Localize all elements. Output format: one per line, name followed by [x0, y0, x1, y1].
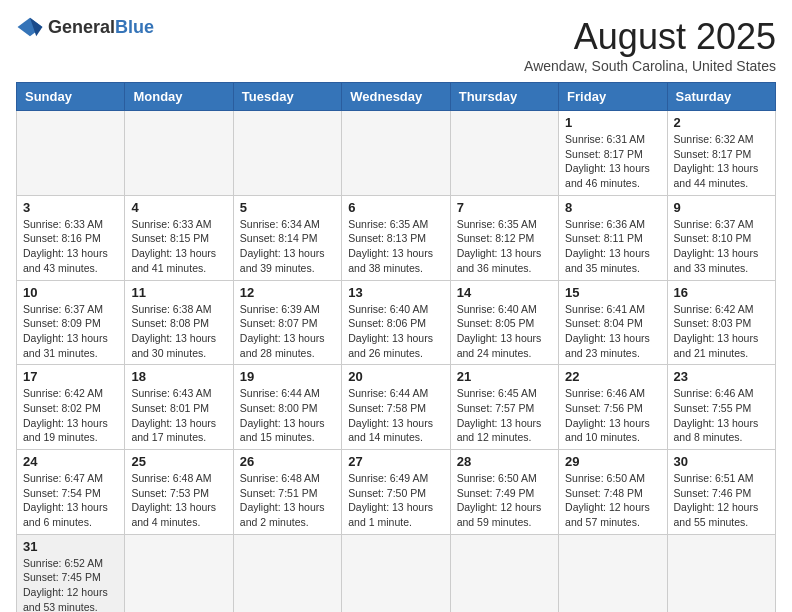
month-year-title: August 2025: [524, 16, 776, 58]
day-info: Sunrise: 6:34 AM Sunset: 8:14 PM Dayligh…: [240, 217, 335, 276]
day-info: Sunrise: 6:41 AM Sunset: 8:04 PM Dayligh…: [565, 302, 660, 361]
day-number: 30: [674, 454, 769, 469]
day-info: Sunrise: 6:32 AM Sunset: 8:17 PM Dayligh…: [674, 132, 769, 191]
calendar-day-cell: 4Sunrise: 6:33 AM Sunset: 8:15 PM Daylig…: [125, 195, 233, 280]
calendar-day-cell: [17, 111, 125, 196]
calendar-day-cell: 17Sunrise: 6:42 AM Sunset: 8:02 PM Dayli…: [17, 365, 125, 450]
day-info: Sunrise: 6:42 AM Sunset: 8:02 PM Dayligh…: [23, 386, 118, 445]
day-info: Sunrise: 6:46 AM Sunset: 7:56 PM Dayligh…: [565, 386, 660, 445]
day-number: 27: [348, 454, 443, 469]
calendar-day-cell: 8Sunrise: 6:36 AM Sunset: 8:11 PM Daylig…: [559, 195, 667, 280]
calendar-day-cell: 3Sunrise: 6:33 AM Sunset: 8:16 PM Daylig…: [17, 195, 125, 280]
weekday-header-row: SundayMondayTuesdayWednesdayThursdayFrid…: [17, 83, 776, 111]
day-info: Sunrise: 6:35 AM Sunset: 8:13 PM Dayligh…: [348, 217, 443, 276]
weekday-header-saturday: Saturday: [667, 83, 775, 111]
day-number: 31: [23, 539, 118, 554]
day-number: 3: [23, 200, 118, 215]
day-info: Sunrise: 6:47 AM Sunset: 7:54 PM Dayligh…: [23, 471, 118, 530]
calendar-day-cell: 20Sunrise: 6:44 AM Sunset: 7:58 PM Dayli…: [342, 365, 450, 450]
calendar-title-area: August 2025 Awendaw, South Carolina, Uni…: [524, 16, 776, 74]
logo-text: GeneralBlue: [48, 17, 154, 38]
weekday-header-monday: Monday: [125, 83, 233, 111]
day-info: Sunrise: 6:37 AM Sunset: 8:10 PM Dayligh…: [674, 217, 769, 276]
day-number: 21: [457, 369, 552, 384]
calendar-day-cell: [233, 534, 341, 612]
calendar-day-cell: 13Sunrise: 6:40 AM Sunset: 8:06 PM Dayli…: [342, 280, 450, 365]
calendar-week-row: 10Sunrise: 6:37 AM Sunset: 8:09 PM Dayli…: [17, 280, 776, 365]
day-info: Sunrise: 6:36 AM Sunset: 8:11 PM Dayligh…: [565, 217, 660, 276]
day-info: Sunrise: 6:40 AM Sunset: 8:06 PM Dayligh…: [348, 302, 443, 361]
day-number: 25: [131, 454, 226, 469]
calendar-week-row: 3Sunrise: 6:33 AM Sunset: 8:16 PM Daylig…: [17, 195, 776, 280]
day-number: 6: [348, 200, 443, 215]
calendar-day-cell: 7Sunrise: 6:35 AM Sunset: 8:12 PM Daylig…: [450, 195, 558, 280]
day-info: Sunrise: 6:33 AM Sunset: 8:15 PM Dayligh…: [131, 217, 226, 276]
day-number: 12: [240, 285, 335, 300]
day-number: 1: [565, 115, 660, 130]
calendar-day-cell: [667, 534, 775, 612]
calendar-day-cell: 1Sunrise: 6:31 AM Sunset: 8:17 PM Daylig…: [559, 111, 667, 196]
calendar-day-cell: 26Sunrise: 6:48 AM Sunset: 7:51 PM Dayli…: [233, 450, 341, 535]
calendar-day-cell: 24Sunrise: 6:47 AM Sunset: 7:54 PM Dayli…: [17, 450, 125, 535]
calendar-day-cell: [233, 111, 341, 196]
day-number: 11: [131, 285, 226, 300]
calendar-day-cell: 29Sunrise: 6:50 AM Sunset: 7:48 PM Dayli…: [559, 450, 667, 535]
day-number: 10: [23, 285, 118, 300]
day-info: Sunrise: 6:51 AM Sunset: 7:46 PM Dayligh…: [674, 471, 769, 530]
day-number: 17: [23, 369, 118, 384]
calendar-day-cell: 10Sunrise: 6:37 AM Sunset: 8:09 PM Dayli…: [17, 280, 125, 365]
calendar-day-cell: 25Sunrise: 6:48 AM Sunset: 7:53 PM Dayli…: [125, 450, 233, 535]
day-info: Sunrise: 6:48 AM Sunset: 7:53 PM Dayligh…: [131, 471, 226, 530]
day-number: 19: [240, 369, 335, 384]
page-header: GeneralBlue August 2025 Awendaw, South C…: [16, 16, 776, 74]
day-number: 22: [565, 369, 660, 384]
day-info: Sunrise: 6:44 AM Sunset: 8:00 PM Dayligh…: [240, 386, 335, 445]
day-number: 8: [565, 200, 660, 215]
day-info: Sunrise: 6:44 AM Sunset: 7:58 PM Dayligh…: [348, 386, 443, 445]
calendar-day-cell: 9Sunrise: 6:37 AM Sunset: 8:10 PM Daylig…: [667, 195, 775, 280]
calendar-day-cell: 11Sunrise: 6:38 AM Sunset: 8:08 PM Dayli…: [125, 280, 233, 365]
day-number: 5: [240, 200, 335, 215]
weekday-header-thursday: Thursday: [450, 83, 558, 111]
day-info: Sunrise: 6:45 AM Sunset: 7:57 PM Dayligh…: [457, 386, 552, 445]
calendar-day-cell: 23Sunrise: 6:46 AM Sunset: 7:55 PM Dayli…: [667, 365, 775, 450]
calendar-table: SundayMondayTuesdayWednesdayThursdayFrid…: [16, 82, 776, 612]
day-number: 14: [457, 285, 552, 300]
generalblue-logo-icon: [16, 16, 44, 38]
calendar-day-cell: [125, 534, 233, 612]
calendar-week-row: 24Sunrise: 6:47 AM Sunset: 7:54 PM Dayli…: [17, 450, 776, 535]
calendar-day-cell: 16Sunrise: 6:42 AM Sunset: 8:03 PM Dayli…: [667, 280, 775, 365]
day-number: 2: [674, 115, 769, 130]
day-number: 23: [674, 369, 769, 384]
day-info: Sunrise: 6:39 AM Sunset: 8:07 PM Dayligh…: [240, 302, 335, 361]
calendar-day-cell: 18Sunrise: 6:43 AM Sunset: 8:01 PM Dayli…: [125, 365, 233, 450]
calendar-day-cell: 14Sunrise: 6:40 AM Sunset: 8:05 PM Dayli…: [450, 280, 558, 365]
calendar-day-cell: [450, 534, 558, 612]
day-number: 15: [565, 285, 660, 300]
day-number: 26: [240, 454, 335, 469]
day-info: Sunrise: 6:35 AM Sunset: 8:12 PM Dayligh…: [457, 217, 552, 276]
calendar-day-cell: 30Sunrise: 6:51 AM Sunset: 7:46 PM Dayli…: [667, 450, 775, 535]
day-info: Sunrise: 6:46 AM Sunset: 7:55 PM Dayligh…: [674, 386, 769, 445]
logo: GeneralBlue: [16, 16, 154, 38]
calendar-day-cell: 15Sunrise: 6:41 AM Sunset: 8:04 PM Dayli…: [559, 280, 667, 365]
calendar-week-row: 31Sunrise: 6:52 AM Sunset: 7:45 PM Dayli…: [17, 534, 776, 612]
calendar-week-row: 17Sunrise: 6:42 AM Sunset: 8:02 PM Dayli…: [17, 365, 776, 450]
day-info: Sunrise: 6:49 AM Sunset: 7:50 PM Dayligh…: [348, 471, 443, 530]
day-info: Sunrise: 6:50 AM Sunset: 7:49 PM Dayligh…: [457, 471, 552, 530]
location-subtitle: Awendaw, South Carolina, United States: [524, 58, 776, 74]
calendar-day-cell: [559, 534, 667, 612]
day-number: 18: [131, 369, 226, 384]
calendar-day-cell: [342, 534, 450, 612]
calendar-day-cell: 19Sunrise: 6:44 AM Sunset: 8:00 PM Dayli…: [233, 365, 341, 450]
calendar-day-cell: 12Sunrise: 6:39 AM Sunset: 8:07 PM Dayli…: [233, 280, 341, 365]
calendar-week-row: 1Sunrise: 6:31 AM Sunset: 8:17 PM Daylig…: [17, 111, 776, 196]
day-info: Sunrise: 6:52 AM Sunset: 7:45 PM Dayligh…: [23, 556, 118, 612]
day-info: Sunrise: 6:40 AM Sunset: 8:05 PM Dayligh…: [457, 302, 552, 361]
day-info: Sunrise: 6:42 AM Sunset: 8:03 PM Dayligh…: [674, 302, 769, 361]
weekday-header-sunday: Sunday: [17, 83, 125, 111]
calendar-day-cell: 28Sunrise: 6:50 AM Sunset: 7:49 PM Dayli…: [450, 450, 558, 535]
day-number: 20: [348, 369, 443, 384]
calendar-day-cell: [342, 111, 450, 196]
calendar-day-cell: 6Sunrise: 6:35 AM Sunset: 8:13 PM Daylig…: [342, 195, 450, 280]
